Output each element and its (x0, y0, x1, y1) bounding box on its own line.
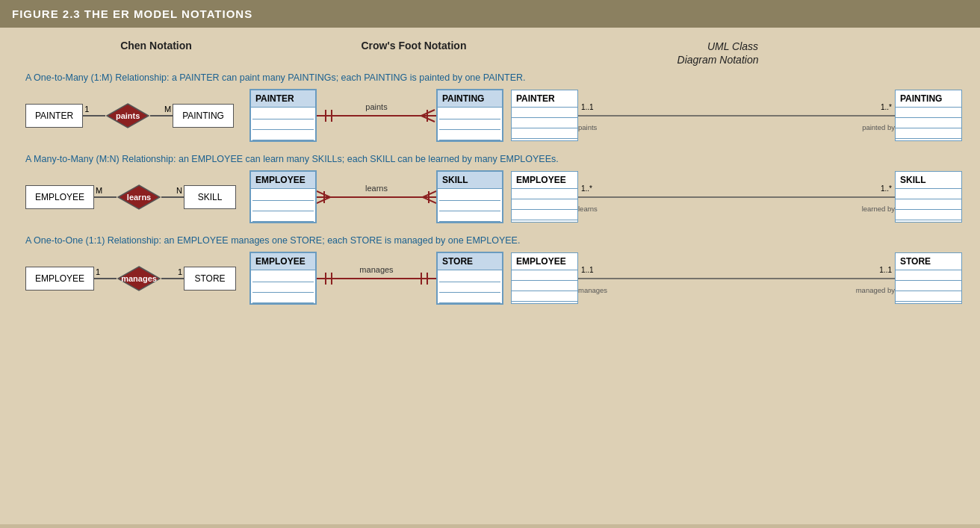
uml-left-rel-1: paints (578, 123, 597, 131)
cf-connector-2: learns (317, 182, 436, 212)
uml-right-mult-2: 1..* (881, 184, 892, 193)
uml-left-mult-2: 1..* (581, 184, 592, 193)
chen-diamond-paints-1: paints (105, 102, 150, 129)
uml-many-to-many: EMPLOYEE 1..* 1..* learns learn (511, 171, 962, 223)
uml-left-rel-2: learns (578, 205, 598, 213)
uml-entity-painter: PAINTER (511, 90, 578, 141)
crows-header: Crow's Foot Notation (362, 40, 467, 52)
cf-entity-employee-2: EMPLOYEE (249, 170, 317, 223)
uml-right-mult-3: 1..1 (879, 266, 892, 274)
chen-entity-employee-2: EMPLOYEE (25, 185, 94, 209)
chen-one-to-one: EMPLOYEE 1 manages 1 STORE (25, 265, 242, 292)
chen-entity-store: STORE (184, 267, 236, 291)
uml-entity-employee-3: EMPLOYEE (511, 252, 578, 304)
figure-header: FIGURE 2.3 THE ER MODEL NOTATIONS (0, 0, 980, 28)
chen-1-to-many: PAINTER 1 paints M PAINTING (25, 102, 242, 129)
cf-entity-painter: PAINTER (249, 89, 317, 142)
header-title: FIGURE 2.3 THE ER MODEL NOTATIONS (12, 7, 252, 20)
uml-connector-3: 1..1 1..1 manages managed by (578, 260, 895, 297)
uml-header: UML ClassDiagram Notation (677, 40, 759, 66)
uml-right-rel-2: learned by (862, 205, 895, 213)
chen-rel-label-2: learns (127, 193, 151, 202)
section-3-diagrams: EMPLOYEE 1 manages 1 STORE (25, 252, 962, 305)
chen-right-label-3: 1 (178, 267, 182, 276)
uml-left-mult-3: 1..1 (581, 266, 594, 274)
column-headers: Chen Notation Crow's Foot Notation UML C… (18, 40, 962, 66)
chen-entity-skill: SKILL (184, 185, 236, 209)
cf-entity-skill: SKILL (436, 170, 503, 223)
chen-left-label-3: 1 (96, 267, 100, 276)
chen-many-to-many: EMPLOYEE M learns N SKILL (25, 184, 242, 211)
chen-left-label-1: 1 (84, 105, 89, 114)
uml-entity-employee-2: EMPLOYEE (511, 171, 578, 223)
chen-rel-label-1: paints (116, 111, 140, 120)
section-one-to-many: A One-to-Many (1:M) Relationship: a PAIN… (18, 72, 962, 142)
section-3-desc: A One-to-One (1:1) Relationship: an EMPL… (25, 235, 962, 246)
main-content: Chen Notation Crow's Foot Notation UML C… (0, 28, 980, 524)
uml-entity-skill: SKILL (895, 171, 962, 223)
chen-header: Chen Notation (120, 40, 192, 52)
crows-one-to-one: EMPLOYEE (249, 252, 503, 305)
uml-connector-2: 1..* 1..* learns learned by (578, 178, 895, 216)
section-1-diagrams: PAINTER 1 paints M PAINTING (25, 89, 962, 142)
chen-right-label-2: N (176, 186, 182, 195)
uml-connector-1: 1..1 1..* paints painted by (578, 97, 895, 134)
cf-label-3: manages (359, 265, 393, 274)
chen-entity-painter: PAINTER (25, 104, 83, 128)
chen-diamond-learns: learns (117, 184, 161, 211)
uml-entity-store: STORE (895, 252, 962, 304)
section-2-desc: A Many-to-Many (M:N) Relationship: an EM… (25, 154, 962, 164)
uml-entity-painting: PAINTING (895, 90, 962, 141)
uml-one-to-one: EMPLOYEE 1..1 1..1 manages mana (511, 252, 962, 304)
cf-entity-employee-3: EMPLOYEE (249, 252, 317, 305)
chen-diamond-manages: manages (117, 265, 161, 292)
crows-1-to-many: PAINTER (249, 89, 503, 142)
uml-1-to-many: PAINTER 1..1 1..* paints painte (511, 90, 962, 141)
chen-rel-label-3: manages (121, 274, 157, 283)
chen-left-label-2: M (96, 186, 102, 195)
section-one-to-one: A One-to-One (1:1) Relationship: an EMPL… (18, 235, 962, 305)
cf-connector-1: paints (317, 101, 436, 131)
uml-left-mult-1: 1..1 (581, 103, 594, 111)
cf-label-2: learns (365, 184, 388, 193)
chen-right-label-1: M (164, 105, 171, 114)
uml-right-rel-3: managed by (856, 286, 895, 294)
section-2-diagrams: EMPLOYEE M learns N SKILL (25, 170, 962, 223)
crows-many-to-many: EMPLOYEE (249, 170, 503, 223)
uml-left-rel-3: manages (578, 286, 607, 294)
cf-label-1: paints (365, 102, 387, 111)
cf-entity-painting: PAINTING (436, 89, 503, 142)
section-many-to-many: A Many-to-Many (M:N) Relationship: an EM… (18, 154, 962, 223)
chen-entity-employee-3: EMPLOYEE (25, 267, 94, 291)
uml-right-mult-1: 1..* (881, 103, 892, 111)
section-1-desc: A One-to-Many (1:M) Relationship: a PAIN… (25, 72, 962, 83)
chen-entity-painting: PAINTING (173, 104, 234, 128)
uml-right-rel-1: painted by (862, 123, 895, 131)
cf-connector-3: manages (317, 264, 436, 293)
cf-entity-store: STORE (436, 252, 503, 305)
